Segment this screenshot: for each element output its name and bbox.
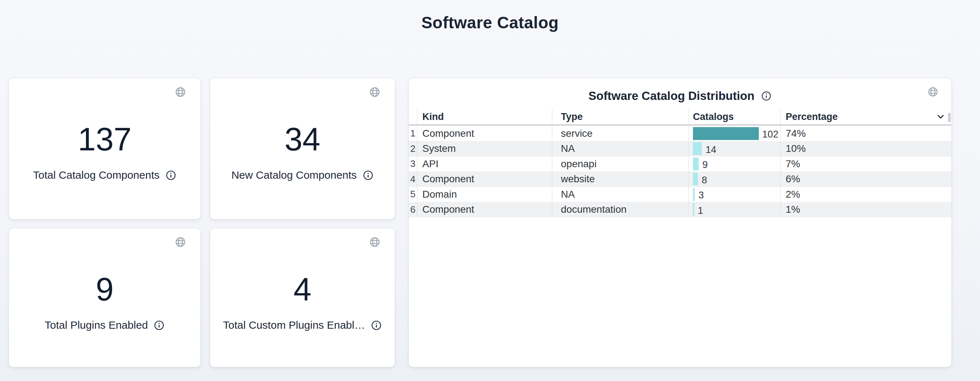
- cell-kind: Domain: [417, 187, 552, 202]
- cell-type: NA: [552, 187, 688, 202]
- cell-type: NA: [552, 142, 688, 156]
- info-icon[interactable]: [371, 320, 382, 331]
- catalogs-bar: [693, 142, 702, 155]
- distribution-title: Software Catalog Distribution: [589, 89, 754, 103]
- catalogs-bar: [693, 127, 759, 140]
- cell-percentage: 7%: [780, 156, 951, 172]
- cell-kind: Component: [417, 126, 552, 141]
- globe-icon[interactable]: [928, 86, 939, 97]
- column-header-index: [409, 109, 417, 124]
- catalogs-bar: [693, 203, 694, 216]
- column-header-type: Type: [552, 109, 688, 124]
- table-body: 1 Component service 102 74% 2 System NA …: [409, 126, 951, 217]
- cell-catalogs: 14: [688, 142, 780, 156]
- cell-percentage: 74%: [780, 126, 951, 141]
- stat-label: Total Custom Plugins Enabl…: [223, 319, 365, 331]
- info-icon[interactable]: [154, 320, 165, 331]
- cell-percentage: 2%: [780, 187, 951, 202]
- column-header-kind: Kind: [417, 109, 552, 124]
- cell-percentage: 10%: [780, 142, 951, 156]
- row-number: 1: [409, 126, 417, 141]
- table-row: 4 Component website 8 6%: [409, 172, 951, 187]
- cell-type: website: [552, 172, 688, 187]
- stat-value: 34: [210, 122, 395, 156]
- stat-value: 9: [9, 272, 200, 306]
- stat-card-total-plugins-enabled: 9 Total Plugins Enabled: [9, 228, 200, 367]
- cell-kind: System: [417, 142, 552, 156]
- cell-type: service: [552, 126, 688, 141]
- catalogs-value: 14: [705, 144, 716, 155]
- stat-value: 137: [9, 122, 200, 156]
- row-number: 2: [409, 142, 417, 156]
- chevron-down-icon[interactable]: [936, 112, 945, 121]
- globe-icon[interactable]: [175, 86, 186, 98]
- table-row: 2 System NA 14 10%: [409, 142, 951, 157]
- stat-card-total-catalog-components: 137 Total Catalog Components: [9, 78, 200, 219]
- table-row: 3 API openapi 9 7%: [409, 156, 951, 172]
- info-icon[interactable]: [363, 170, 374, 181]
- cell-catalogs: 3: [688, 187, 780, 202]
- table-header: Kind Type Catalogs Percentage: [409, 109, 951, 125]
- cell-kind: Component: [417, 172, 552, 187]
- cell-type: documentation: [552, 202, 688, 217]
- catalogs-bar: [693, 172, 698, 185]
- catalogs-value: 8: [702, 175, 707, 186]
- stat-label: Total Plugins Enabled: [45, 319, 148, 331]
- table-scrollbar[interactable]: [948, 113, 951, 122]
- table-row: 1 Component service 102 74%: [409, 126, 951, 142]
- row-number: 4: [409, 172, 417, 187]
- cell-kind: Component: [417, 202, 552, 217]
- cell-percentage: 6%: [780, 172, 951, 187]
- cell-type: openapi: [552, 156, 688, 172]
- stat-card-new-catalog-components: 34 New Catalog Components: [210, 78, 395, 219]
- stat-label: Total Catalog Components: [33, 169, 160, 181]
- column-header-catalogs: Catalogs: [688, 109, 780, 124]
- stat-value: 4: [210, 272, 395, 306]
- row-number: 3: [409, 156, 417, 172]
- globe-icon[interactable]: [369, 236, 380, 248]
- catalogs-bar: [693, 188, 695, 201]
- cell-kind: API: [417, 156, 552, 172]
- row-number: 6: [409, 202, 417, 217]
- cell-catalogs: 9: [688, 156, 780, 172]
- stat-card-total-custom-plugins-enabled: 4 Total Custom Plugins Enabl…: [210, 228, 395, 367]
- cell-catalogs: 102: [688, 126, 780, 141]
- cell-catalogs: 8: [688, 172, 780, 187]
- stat-label: New Catalog Components: [231, 169, 356, 181]
- cell-percentage: 1%: [780, 202, 951, 217]
- page-title: Software Catalog: [0, 13, 980, 32]
- catalogs-value: 102: [762, 129, 778, 140]
- catalogs-value: 1: [698, 205, 703, 216]
- software-catalog-distribution-card: Software Catalog Distribution Kind Type …: [409, 78, 951, 367]
- column-header-percentage: Percentage: [780, 109, 951, 124]
- info-icon[interactable]: [761, 91, 772, 101]
- info-icon[interactable]: [165, 170, 177, 181]
- row-number: 5: [409, 187, 417, 202]
- catalogs-value: 3: [698, 190, 704, 201]
- globe-icon[interactable]: [369, 86, 380, 98]
- cell-catalogs: 1: [688, 202, 780, 217]
- catalogs-bar: [693, 158, 699, 171]
- table-row: 5 Domain NA 3 2%: [409, 187, 951, 202]
- globe-icon[interactable]: [175, 236, 186, 248]
- table-row: 6 Component documentation 1 1%: [409, 202, 951, 218]
- catalogs-value: 9: [702, 159, 708, 171]
